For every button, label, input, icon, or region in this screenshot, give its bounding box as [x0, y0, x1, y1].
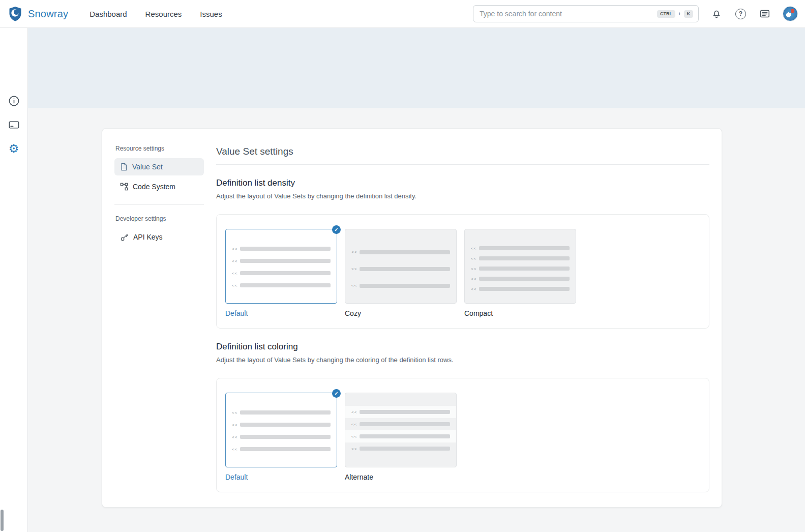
skeleton-row: <<	[226, 255, 337, 267]
skeleton-row: <<	[465, 284, 576, 294]
settings-button[interactable]: ⚙	[7, 142, 20, 155]
skeleton-row: <<	[345, 406, 456, 418]
card-icon	[8, 119, 20, 131]
news-icon	[759, 8, 770, 19]
key-icon	[120, 233, 129, 242]
density-option-default[interactable]: ✓ << << << << Default	[225, 229, 337, 328]
navbar-right: CTRL + K ?	[473, 5, 798, 22]
section-description-coloring: Adjust the layout of Value Sets by chang…	[216, 356, 709, 364]
selected-check-icon: ✓	[332, 225, 341, 234]
option-label: Alternate	[345, 473, 457, 481]
nav-item-issues[interactable]: Issues	[200, 10, 222, 18]
density-option-cozy[interactable]: << << << Cozy	[345, 229, 457, 328]
settings-nav: Resource settings Value Set	[114, 141, 204, 495]
option-label: Compact	[464, 309, 576, 317]
gear-icon: ⚙	[9, 143, 19, 155]
density-option-compact[interactable]: << << << << << Compact	[464, 229, 576, 328]
density-default-preview: ✓ << << << <<	[225, 229, 337, 304]
page-title: Value Set settings	[216, 146, 709, 157]
settings-group-heading: Developer settings	[114, 215, 204, 222]
skeleton-row: <<	[465, 253, 576, 263]
settings-nav-item-label: Value Set	[132, 163, 163, 171]
skeleton-row: <<	[226, 279, 337, 291]
skeleton-row: <<	[345, 277, 456, 294]
header-banner	[28, 28, 805, 108]
settings-content: Value Set settings Definition list densi…	[216, 141, 709, 495]
skeleton-row: <<	[226, 419, 337, 431]
bell-icon	[711, 8, 722, 19]
top-nav: Dashboard Resources Issues	[90, 10, 222, 18]
settings-group-heading: Resource settings	[114, 145, 204, 152]
density-compact-preview: << << << << <<	[464, 229, 576, 304]
brand[interactable]: Snowray	[7, 6, 68, 22]
user-avatar[interactable]	[783, 6, 798, 21]
coloring-option-alternate[interactable]: << << << << Alternate	[345, 393, 457, 492]
shortcut-key-k: K	[684, 10, 694, 18]
skeleton-row: <<	[345, 418, 456, 430]
brand-name: Snowray	[28, 8, 68, 20]
nav-item-resources[interactable]: Resources	[145, 10, 182, 18]
settings-nav-item-code-system[interactable]: Code System	[114, 178, 204, 195]
section-description-density: Adjust the layout of Value Sets by chang…	[216, 192, 709, 200]
density-cozy-preview: << << <<	[345, 229, 457, 304]
option-label: Default	[225, 309, 337, 317]
main-area: Resource settings Value Set	[28, 108, 805, 532]
skeleton-row: <<	[465, 274, 576, 284]
help-icon: ?	[735, 9, 746, 19]
settings-nav-item-label: API Keys	[133, 233, 163, 241]
search-box: CTRL + K	[473, 5, 699, 22]
shortcut-plus: +	[678, 11, 681, 17]
skeleton-row: <<	[226, 431, 337, 443]
settings-nav-item-api-keys[interactable]: API Keys	[114, 228, 204, 246]
coloring-default-preview: ✓ << << << <<	[225, 393, 337, 467]
page: Snowray Dashboard Resources Issues CTRL …	[0, 0, 805, 532]
shortcut-key-ctrl: CTRL	[657, 10, 675, 18]
skeleton-row: <<	[345, 244, 456, 260]
app-logo-icon	[7, 6, 23, 22]
scrollbar-thumb[interactable]	[1, 510, 4, 531]
top-navbar: Snowray Dashboard Resources Issues CTRL …	[0, 0, 805, 28]
value-set-icon	[120, 163, 128, 171]
selected-check-icon: ✓	[332, 389, 341, 398]
nav-item-dashboard[interactable]: Dashboard	[90, 10, 127, 18]
option-label: Cozy	[345, 309, 457, 317]
skeleton-row: <<	[345, 442, 456, 455]
info-icon	[8, 95, 20, 107]
section-heading-density: Definition list density	[216, 178, 709, 188]
billing-button[interactable]	[7, 118, 20, 131]
search-input[interactable]	[479, 9, 657, 18]
help-button[interactable]: ?	[734, 8, 747, 20]
notifications-button[interactable]	[710, 7, 723, 20]
coloring-options-panel: ✓ << << << << Default	[216, 378, 709, 492]
coloring-alternate-preview: << << << <<	[345, 393, 457, 467]
code-system-icon	[120, 183, 128, 191]
skeleton-row: <<	[345, 430, 456, 442]
settings-nav-divider	[114, 204, 204, 205]
settings-nav-item-value-set[interactable]: Value Set	[114, 158, 204, 175]
skeleton-row: <<	[226, 406, 337, 419]
title-divider	[216, 164, 709, 165]
news-button[interactable]	[758, 7, 771, 20]
skeleton-row: <<	[226, 443, 337, 455]
density-options-panel: ✓ << << << << Default	[216, 214, 709, 329]
skeleton-row: <<	[465, 243, 576, 253]
info-button[interactable]	[7, 94, 20, 107]
option-label: Default	[225, 473, 337, 481]
left-rail: ⚙	[0, 28, 28, 532]
section-heading-coloring: Definition list coloring	[216, 342, 709, 352]
skeleton-row: <<	[345, 260, 456, 277]
settings-card: Resource settings Value Set	[102, 128, 722, 508]
skeleton-row: <<	[226, 243, 337, 255]
skeleton-row: <<	[226, 267, 337, 279]
coloring-option-default[interactable]: ✓ << << << << Default	[225, 393, 337, 492]
settings-nav-item-label: Code System	[133, 183, 175, 191]
skeleton-row: <<	[465, 263, 576, 274]
